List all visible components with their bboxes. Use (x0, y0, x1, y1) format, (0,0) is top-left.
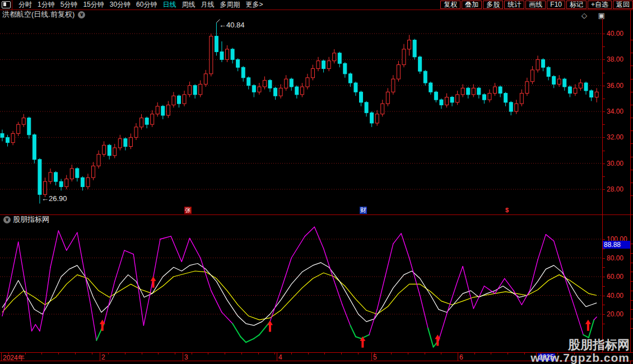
period-tab[interactable]: 15分钟 (83, 0, 104, 10)
collapse-chevron-icon[interactable]: ∨ (78, 11, 85, 18)
time-axis-label: 2025 (538, 353, 555, 361)
candle-body (279, 88, 282, 96)
j-line (420, 296, 428, 329)
toolbar-button[interactable]: 复权 (440, 1, 460, 9)
period-tab[interactable]: 60分钟 (136, 0, 157, 10)
candle-body (118, 139, 122, 148)
candle-body (188, 86, 192, 95)
j-line (40, 305, 45, 331)
candle-body (92, 166, 95, 178)
price-axis-tick (602, 86, 605, 86)
k-line (2, 263, 597, 325)
candle-body (520, 94, 523, 104)
indicator-header: ∨ 股朋指标网 K: 32.11 D: 39.65 J: 17.04 (0, 216, 146, 223)
candle-body (140, 118, 143, 127)
event-marker[interactable]: $ (505, 207, 509, 214)
j-line (104, 281, 115, 323)
month-boundary-line (277, 353, 277, 361)
j-line (58, 231, 66, 250)
candle-body (306, 78, 309, 87)
candle-body (295, 87, 299, 95)
period-tab[interactable]: 周线 (181, 0, 195, 10)
candle-body (360, 92, 363, 102)
j-line (463, 267, 473, 309)
period-tab[interactable]: 5分钟 (60, 0, 78, 10)
j-line (538, 235, 546, 260)
event-marker[interactable]: 财 (360, 207, 367, 214)
j-line (439, 314, 446, 340)
candle-body (215, 36, 218, 52)
price-axis-tick (602, 164, 605, 164)
time-axis-tick (175, 353, 175, 354)
j-line (546, 235, 553, 241)
toolbar-button[interactable]: 多股 (483, 1, 503, 9)
candle-body (322, 61, 325, 69)
candle-body (434, 92, 437, 100)
candlestick-chart[interactable] (0, 18, 602, 214)
period-tab[interactable]: 多周期 (220, 0, 240, 10)
candle-body (408, 40, 411, 49)
edge-tick (631, 92, 633, 92)
edge-tick (631, 157, 633, 157)
edge-tick (631, 319, 633, 319)
j-line (554, 241, 565, 277)
price-axis-tick (602, 176, 605, 177)
toolbar-button[interactable]: 标记 (566, 1, 587, 9)
candle-body (151, 114, 154, 125)
period-tab[interactable]: 分时 (18, 0, 32, 10)
indicator-axis-tick (602, 277, 605, 277)
time-axis[interactable]: 2024年234562025 (0, 352, 633, 361)
toolbar-button[interactable]: +自选 (588, 1, 612, 9)
edge-tick (631, 195, 633, 196)
indicator-collapse-icon[interactable]: ∨ (3, 216, 11, 223)
month-boundary-line (371, 353, 372, 361)
candle-body (509, 102, 513, 111)
time-axis-tick (408, 353, 408, 354)
period-tab[interactable]: 更多> (245, 0, 263, 10)
indicator-axis-label: 40.00 (607, 292, 623, 300)
candle-body (494, 87, 497, 94)
edge-tick (631, 170, 633, 170)
price-axis-tick (602, 73, 605, 73)
toolbar-button[interactable]: F10 (547, 1, 565, 9)
edge-tick (631, 291, 633, 291)
candle-body (285, 79, 288, 88)
candle-body (381, 104, 384, 114)
chart-title-row: 洪都航空(日线.前复权) ∨ (0, 10, 599, 19)
period-tab[interactable]: 30分钟 (110, 0, 131, 10)
period-tab[interactable]: 1分钟 (38, 0, 55, 10)
toolbar-button[interactable]: 统计 (504, 1, 524, 9)
indicator-axis-tick (602, 239, 605, 240)
price-axis-tick (602, 59, 605, 60)
j-line (291, 236, 305, 258)
time-axis-tick (474, 353, 475, 354)
time-axis-tick (25, 353, 26, 354)
time-axis-label: 3 (184, 353, 188, 361)
indicator-axis-label: 20.00 (607, 310, 623, 318)
time-axis-tick (524, 353, 525, 354)
time-axis-tick (557, 353, 558, 354)
trading-app-window: 分时1分钟5分钟15分钟30分钟60分钟日线周线月线多周期更多> 复权叠加多股统… (0, 0, 633, 364)
candle-body (418, 57, 422, 71)
candle-body (327, 61, 331, 69)
candle-body (348, 74, 352, 83)
time-axis-label: 5 (373, 353, 377, 361)
time-axis-tick (374, 353, 375, 354)
toolbar-button[interactable]: 叠加 (462, 1, 482, 9)
window-split-icon[interactable] (2, 1, 11, 8)
toolbar-button[interactable]: 返回 (613, 1, 633, 9)
period-tab[interactable]: 日线 (162, 0, 176, 10)
candle-body (290, 79, 293, 87)
event-marker[interactable]: 张 (184, 207, 192, 214)
j-line (160, 236, 171, 239)
candle-body (461, 88, 464, 95)
kdj-indicator-chart[interactable] (0, 223, 602, 352)
toolbar-button[interactable]: 画线 (525, 1, 546, 9)
period-tab[interactable]: 月线 (201, 0, 214, 10)
period-toolbar: 分时1分钟5分钟15分钟30分钟60分钟日线周线月线多周期更多> 复权叠加多股统… (0, 0, 633, 10)
time-axis-tick (425, 353, 425, 354)
candle-body (70, 169, 73, 179)
j-line (514, 291, 522, 305)
candle-body (177, 96, 180, 104)
candle-body (557, 79, 561, 84)
